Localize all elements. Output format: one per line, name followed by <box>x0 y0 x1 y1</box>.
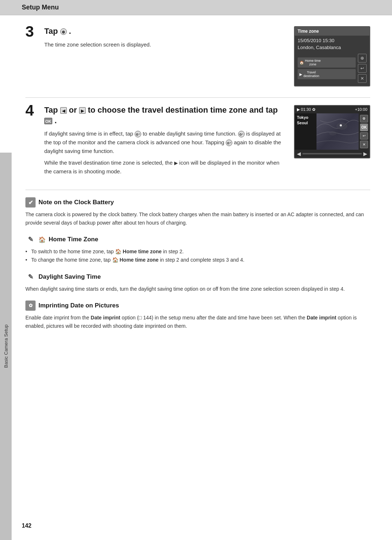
step-4-title-or: or <box>69 105 79 114</box>
ok-icon: OK <box>44 118 52 124</box>
imprint-body-pre: Enable date imprint from the <box>25 315 91 321</box>
date-imprint-bold-1: Date imprint <box>91 315 121 321</box>
cs1-location: London, Casablanca <box>295 44 369 52</box>
imprint-body-mid: option (□ 144) in the setup menu after t… <box>120 315 307 321</box>
note-home-title: Home Time Zone <box>49 236 98 243</box>
cs2-topleft: ▶ 01:30 ✿ <box>297 107 315 112</box>
note-clock-body: The camera clock is powered by the clock… <box>25 210 370 227</box>
cs1-travel-btn[interactable]: ▶ Traveldestination <box>298 69 356 79</box>
cs2-bottombar: ◀ ▶ <box>295 150 369 158</box>
page: Setup Menu Basic Camera Setup 3 Tap ⊕ . … <box>0 0 392 540</box>
note-imprint-body: Enable date imprint from the Date imprin… <box>25 314 370 330</box>
cs1-globe-icon: ⊕ <box>358 54 367 63</box>
step-4-para1: If daylight saving time is in effect, ta… <box>44 129 287 156</box>
note-imprint-icon: ✿ <box>25 301 36 311</box>
cs2-x-icon: ✕ <box>360 141 368 148</box>
map-svg <box>317 113 359 150</box>
checkmark-icon: ✔ <box>28 199 33 206</box>
cs2-ok-icon[interactable]: OK <box>360 124 368 131</box>
step-3-content: Tap ⊕ . The time zone selection screen i… <box>44 26 370 86</box>
travel-btn-label: Traveldestination <box>303 70 319 78</box>
note-clock-battery: ✔ Note on the Clock Battery The camera c… <box>25 197 370 227</box>
home-icon-small: 🏠 <box>299 61 304 65</box>
note-home-pencil-icon: ✎ <box>25 234 36 245</box>
cs2-topright: +10:00 <box>355 107 367 112</box>
cs2-nav-bar <box>302 153 362 154</box>
note-daylight-title: Daylight Saving Time <box>38 273 101 281</box>
divider-1 <box>25 97 370 98</box>
step-3-title-area: Tap ⊕ . The time zone selection screen i… <box>44 26 287 52</box>
cs1-home-btn[interactable]: 🏠 Home timezone <box>298 57 356 68</box>
main-content: 3 Tap ⊕ . The time zone selection screen… <box>0 15 392 348</box>
camera-screen-2: ▶ 01:30 ✿ +10:00 Tokyo Seoul <box>294 105 370 158</box>
step-4-content: Tap ◀ or ▶ to choose the travel destinat… <box>44 105 370 179</box>
step-4-number: 4 <box>25 103 44 179</box>
note-clock-title: Note on the Clock Battery <box>38 199 114 206</box>
travel-dest-icon: ▶ <box>174 160 178 167</box>
cs2-map-area: Tokyo Seoul <box>295 113 369 150</box>
cs1-header: Time zone <box>295 27 369 36</box>
step-3-title-text: Tap <box>44 27 60 36</box>
step-3-title: Tap ⊕ . <box>44 26 287 37</box>
cs2-map <box>317 113 359 150</box>
step-3: 3 Tap ⊕ . The time zone selection screen… <box>25 26 370 86</box>
note-imprint-title: Imprinting Date on Pictures <box>38 302 119 309</box>
note-daylight-pencil-icon: ✎ <box>25 272 36 282</box>
cs1-buttons: 🏠 Home timezone ▶ Traveldestination <box>295 52 369 86</box>
divider-2 <box>25 190 370 190</box>
step-4-title-post: to choose the travel destination time zo… <box>88 105 278 114</box>
date-imprint-bold-2: Date imprint <box>307 315 336 321</box>
step-4-image: ▶ 01:30 ✿ +10:00 Tokyo Seoul <box>294 105 370 158</box>
dst-again-icon: ✿* <box>226 140 232 146</box>
note-home-list: To switch to the home time zone, tap 🏠 H… <box>25 247 370 264</box>
step-4-title: Tap ◀ or ▶ to choose the travel destinat… <box>44 105 287 126</box>
step-4-para2: While the travel destination time zone i… <box>44 158 287 176</box>
note-home-timezone: ✎ 🏠 Home Time Zone To switch to the home… <box>25 234 370 264</box>
cs2-topbar: ▶ 01:30 ✿ +10:00 <box>295 106 369 113</box>
step-3-layout: Tap ⊕ . The time zone selection screen i… <box>44 26 370 86</box>
note-clock-header: ✔ Note on the Clock Battery <box>25 197 370 207</box>
note-home-house-icon: 🏠 <box>38 236 46 243</box>
home-btn-label: Home timezone <box>305 59 321 66</box>
cs2-city2: Seoul <box>297 120 314 126</box>
page-header: Setup Menu <box>0 0 392 15</box>
cs2-map-image <box>317 113 359 150</box>
header-title: Setup Menu <box>22 4 59 11</box>
home-time-zone-bold-2: Home time zone <box>119 257 158 263</box>
step-4-title-dot: . <box>54 116 57 125</box>
note-daylight-body: When daylight saving time starts or ends… <box>25 285 370 293</box>
step-3-number: 3 <box>25 24 44 86</box>
note-daylight-header: ✎ Daylight Saving Time <box>25 272 370 282</box>
step-3-description: The time zone selection screen is displa… <box>44 40 287 49</box>
step-3-image: Time zone 15/05/2010 15:30 London, Casab… <box>294 26 370 86</box>
cs1-icon-col: ⊕ ↩ ✕ <box>358 54 367 83</box>
svg-point-0 <box>336 122 347 130</box>
cs2-dst-icon: ✿ <box>360 115 368 122</box>
cs2-icons-right: ✿ OK ↩ ✕ <box>359 113 369 150</box>
step-4-title-pre: Tap <box>44 105 60 114</box>
note-imprint: ✿ Imprinting Date on Pictures Enable dat… <box>25 301 370 330</box>
arrow-left-icon: ◀ <box>60 107 67 114</box>
dst-enable-icon: ✿* <box>135 131 141 137</box>
cs2-back-icon2: ↩ <box>360 132 368 140</box>
home-icon-inline-2: 🏠 <box>112 257 118 263</box>
cs2-right-nav[interactable]: ▶ <box>363 151 367 157</box>
cs1-time: 15/05/2010 15:30 <box>295 36 369 44</box>
step-4-text-area: Tap ◀ or ▶ to choose the travel destinat… <box>44 105 287 179</box>
cs2-labels: Tokyo Seoul <box>295 113 317 150</box>
cs2-left-nav[interactable]: ◀ <box>297 151 301 157</box>
travel-icon-small: ▶ <box>299 72 302 76</box>
note-home-item-2: To change the home time zone, tap 🏠 Home… <box>25 256 370 264</box>
note-home-item-1: To switch to the home time zone, tap 🏠 H… <box>25 247 370 256</box>
cs1-close-icon: ✕ <box>358 74 367 83</box>
tap-globe-icon: ⊕ <box>60 28 67 35</box>
step-3-title-dot: . <box>69 27 71 36</box>
arrow-right-icon: ▶ <box>79 107 86 114</box>
camera-screen-1: Time zone 15/05/2010 15:30 London, Casab… <box>294 26 370 86</box>
svg-point-1 <box>329 131 336 136</box>
note-daylight: ✎ Daylight Saving Time When daylight sav… <box>25 272 370 293</box>
home-time-zone-bold-1: Home time zone <box>123 249 162 254</box>
note-imprint-header: ✿ Imprinting Date on Pictures <box>25 301 370 311</box>
step-4: 4 Tap ◀ or ▶ to choose the travel destin… <box>25 105 370 179</box>
cs2-city1: Tokyo <box>297 115 314 120</box>
